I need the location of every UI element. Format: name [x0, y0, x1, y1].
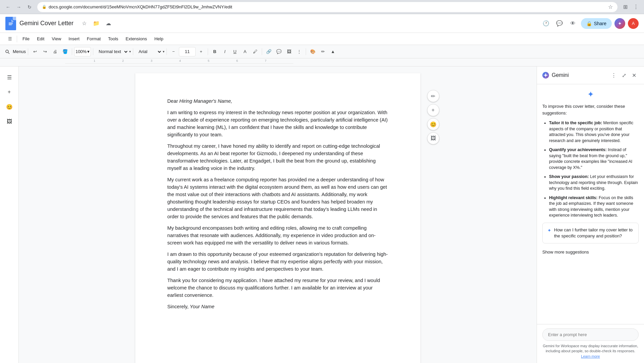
view-mode-button[interactable]: 👁: [567, 18, 578, 29]
gemini-close-button[interactable]: ✕: [629, 71, 639, 80]
toolbar-sep-1: [28, 48, 28, 55]
spelling-button[interactable]: ✏: [318, 47, 328, 56]
closing: Sincerely, Your Name: [167, 303, 388, 310]
menu-file[interactable]: File: [19, 35, 33, 43]
move-button[interactable]: 📁: [91, 18, 102, 29]
link-button[interactable]: 🔗: [264, 47, 274, 56]
outline-button[interactable]: ☰: [3, 71, 16, 84]
gemini-button[interactable]: ✦: [614, 18, 625, 29]
zoom-dropdown-icon: ▾: [87, 49, 90, 54]
svg-point-5: [6, 50, 8, 53]
svg-text:1: 1: [94, 59, 95, 62]
menu-insert[interactable]: Insert: [65, 35, 83, 43]
extensions-button[interactable]: ⊞: [621, 2, 630, 12]
redo-button[interactable]: ↪: [40, 47, 50, 56]
menu-help[interactable]: Help: [151, 35, 167, 43]
gemini-header-buttons: ⋮ ⤢ ✕: [609, 71, 639, 80]
doc-paragraph-4: I am drawn to this opportunity because o…: [167, 251, 388, 273]
share-button[interactable]: 🔒 Share: [581, 18, 612, 29]
more-toolbar-button[interactable]: ⋮: [294, 47, 304, 56]
menu-format[interactable]: Format: [84, 35, 104, 43]
show-more-button[interactable]: Show more suggestions: [542, 247, 589, 257]
float-image-button[interactable]: 🖼: [427, 132, 439, 144]
font-size-box[interactable]: 11: [179, 47, 196, 56]
paint-format-button[interactable]: 🪣: [60, 47, 70, 56]
suggestion-card[interactable]: ✦ How can I further tailor my cover lett…: [542, 223, 639, 243]
gemini-header: Gemini ⋮ ⤢ ✕: [537, 66, 644, 84]
underline-button[interactable]: U: [230, 47, 240, 56]
menu-edit[interactable]: Edit: [34, 35, 48, 43]
menu-extensions[interactable]: Extensions: [122, 35, 150, 43]
doc-paragraph-2: My current work as a freelance computing…: [167, 176, 388, 220]
comment-button[interactable]: 💬: [274, 47, 284, 56]
style-select[interactable]: Normal text: [95, 47, 129, 56]
star-button[interactable]: ☆: [79, 18, 90, 29]
gemini-star-icon: ✦: [587, 90, 594, 99]
forward-button[interactable]: →: [14, 2, 23, 12]
gemini-panel: Gemini ⋮ ⤢ ✕ ✦ To improve this cover let…: [537, 66, 644, 363]
toolbar: Menus ↩ ↪ 🖨 🪣 100% ▾ Normal text ▾ Arial…: [0, 45, 644, 58]
toolbar-sep-5: [166, 48, 167, 55]
address-bar[interactable]: 🔒 docs.google.com/document/d/15eeMNoVmcn…: [37, 2, 618, 12]
float-add-button[interactable]: +: [427, 104, 439, 116]
italic-button[interactable]: I: [220, 47, 230, 56]
menus-label: Menus: [13, 49, 26, 54]
history-button[interactable]: 🕐: [541, 18, 551, 29]
svg-line-6: [8, 52, 10, 54]
print-button[interactable]: 🖨: [50, 47, 60, 56]
back-button[interactable]: ←: [3, 2, 13, 12]
gemini-title: Gemini: [552, 72, 606, 78]
decrease-font-button[interactable]: −: [169, 47, 178, 56]
doc-area[interactable]: ✏ + 😊 🖼 Dear Hiring Manager's Name, I am…: [19, 66, 537, 363]
browser-menu-button[interactable]: ⋮: [631, 2, 641, 12]
image-sidebar-button[interactable]: 🖼: [3, 115, 16, 128]
disclaimer-text: Gemini for Workspace may display inaccur…: [542, 344, 639, 359]
float-edit-button[interactable]: ✏: [427, 90, 439, 102]
suggestion-list: Tailor it to the specific job: Mention s…: [542, 120, 639, 219]
svg-rect-0: [8, 19, 14, 28]
formatting-button[interactable]: 🎨: [308, 47, 317, 56]
highlight-button[interactable]: 🖊: [250, 47, 260, 56]
bold-button[interactable]: B: [210, 47, 219, 56]
svg-text:7: 7: [265, 59, 266, 62]
greeting: Dear Hiring Manager's Name,: [167, 97, 388, 105]
suggestion-card-text: How can I further tailor my cover letter…: [554, 227, 634, 239]
docs-icon: [5, 17, 16, 30]
gemini-options-button[interactable]: ⋮: [609, 71, 618, 80]
search-menus-button[interactable]: [3, 47, 12, 56]
greeting-italic: Hiring Manager's Name,: [179, 98, 232, 104]
font-dropdown-icon: ▾: [163, 50, 164, 53]
toolbar-sep-8: [306, 48, 306, 55]
menu-tools[interactable]: Tools: [105, 35, 121, 43]
suggestion-item-2: Show your passion: Let your enthusiasm f…: [549, 174, 639, 192]
comments-button[interactable]: 💬: [554, 18, 565, 29]
collapse-toolbar-button[interactable]: ▲: [328, 47, 338, 56]
gemini-logo-icon: [542, 72, 549, 79]
image-button[interactable]: 🖼: [284, 47, 294, 56]
text-color-button[interactable]: A: [240, 47, 250, 56]
doc-page: Dear Hiring Manager's Name, I am writing…: [135, 73, 420, 363]
floating-action-buttons: ✏ + 😊 🖼: [427, 90, 439, 144]
prompt-input[interactable]: [542, 328, 639, 341]
zoom-select[interactable]: 100% ▾: [74, 47, 91, 56]
doc-paragraph-5: Thank you for considering my application…: [167, 277, 388, 299]
learn-more-link[interactable]: Learn more: [581, 354, 600, 358]
undo-button[interactable]: ↩: [30, 47, 40, 56]
menu-sep-1: [17, 36, 17, 42]
style-dropdown-icon: ▾: [129, 50, 131, 53]
menu-view[interactable]: View: [48, 35, 64, 43]
font-select[interactable]: Arial: [135, 47, 162, 56]
doc-paragraph-0: I am writing to express my interest in t…: [167, 109, 388, 138]
suggestion-card-star-icon: ✦: [547, 228, 551, 233]
increase-font-button[interactable]: +: [196, 47, 206, 56]
float-emoji-button[interactable]: 😊: [427, 118, 439, 130]
gemini-expand-button[interactable]: ⤢: [619, 71, 629, 80]
app-header: Gemini Cover Letter ☆ 📁 ☁ 🕐 💬 👁 🔒 Share …: [0, 14, 644, 33]
reload-button[interactable]: ↻: [25, 2, 34, 12]
emoji-button[interactable]: 😊: [3, 100, 16, 114]
cloud-save-button[interactable]: ☁: [103, 18, 114, 29]
bookmark-icon[interactable]: ☆: [608, 4, 613, 10]
add-sidebar-button[interactable]: +: [3, 85, 16, 99]
hamburger-menu-button[interactable]: ☰: [5, 34, 15, 44]
doc-content: Dear Hiring Manager's Name, I am writing…: [167, 97, 388, 310]
